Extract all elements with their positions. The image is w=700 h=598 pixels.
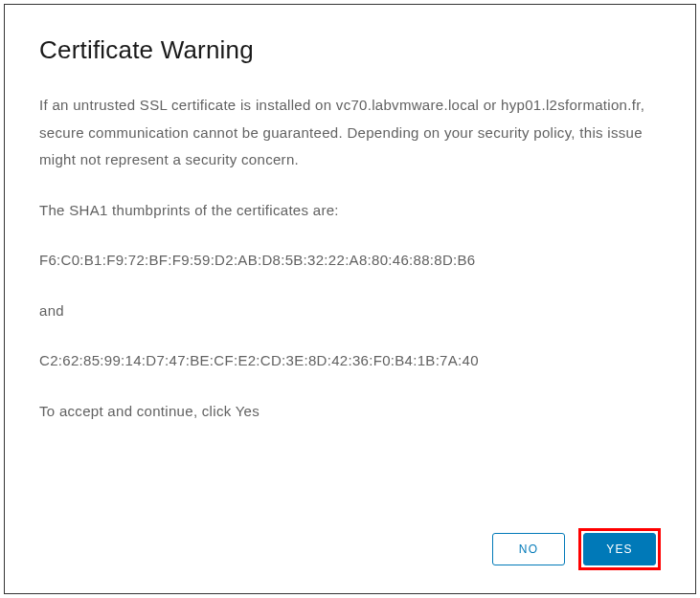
no-button[interactable]: No [492, 533, 565, 565]
accept-text: To accept and continue, click Yes [39, 398, 661, 426]
dialog-body: If an untrusted SSL certificate is insta… [39, 92, 661, 509]
dialog-footer: No Yes [39, 528, 661, 570]
yes-button[interactable]: Yes [583, 533, 656, 565]
dialog-title: Certificate Warning [39, 35, 661, 65]
thumbprint-2: C2:62:85:99:14:D7:47:BE:CF:E2:CD:3E:8D:4… [39, 347, 661, 375]
thumbprint-intro: The SHA1 thumbprints of the certificates… [39, 197, 661, 225]
thumbprint-connector: and [39, 298, 661, 325]
thumbprint-1: F6:C0:B1:F9:72:BF:F9:59:D2:AB:D8:5B:32:2… [39, 247, 661, 275]
yes-button-highlight: Yes [578, 528, 661, 570]
warning-text: If an untrusted SSL certificate is insta… [39, 92, 661, 174]
certificate-warning-dialog: Certificate Warning If an untrusted SSL … [4, 4, 696, 594]
